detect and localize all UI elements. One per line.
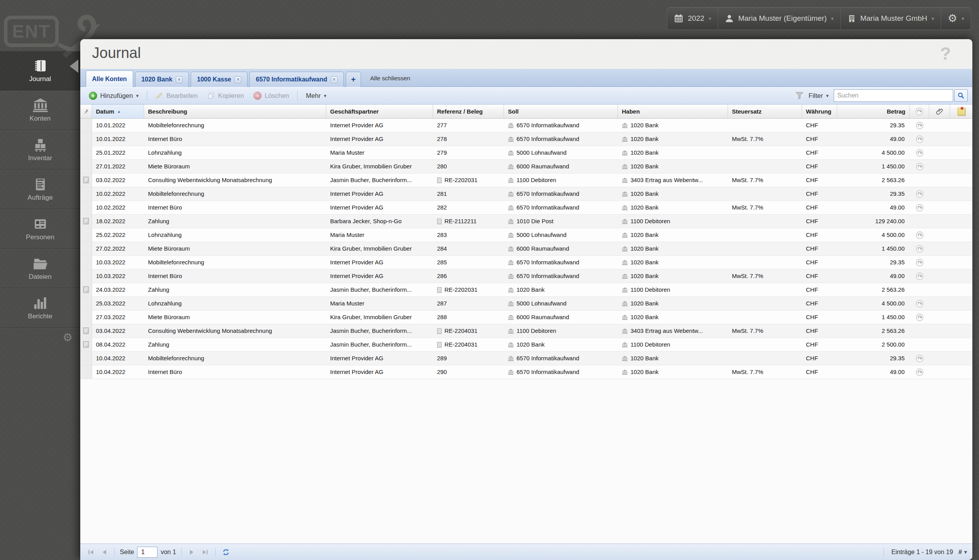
table-row[interactable]: 10.04.2022 Internet Büro Internet Provid… [80, 365, 972, 379]
table-row[interactable]: 10.02.2022 Internet Büro Internet Provid… [80, 201, 972, 215]
cell-currency: CHF [802, 215, 837, 228]
sidebar-item-auftraege[interactable]: Aufträge [0, 170, 80, 209]
column-header-waehrung[interactable]: Währung [802, 105, 837, 118]
cell-description: Miete Büroraum [144, 160, 326, 173]
edit-button[interactable]: Bearbeiten [152, 90, 202, 101]
cell-credit-account: 1020 Bank [618, 297, 728, 310]
more-button[interactable]: Mehr ▾ [302, 90, 330, 101]
table-row[interactable]: 25.03.2022 Lohnzahlung Maria Muster 287 … [80, 297, 972, 311]
sidebar-item-dateien[interactable]: Dateien [0, 249, 80, 288]
user-menu[interactable]: Maria Muster (Eigentümer) ▾ [718, 7, 840, 30]
table-row[interactable]: 03.02.2022 Consulting Webentwicklung Mon… [80, 173, 972, 187]
help-icon[interactable]: ? [940, 44, 951, 63]
year-selector[interactable]: 2022 ▾ [667, 7, 718, 30]
cell-attachment [929, 352, 950, 365]
delete-button[interactable]: − Löschen [249, 90, 293, 102]
account-icon [508, 191, 514, 197]
sidebar-item-personen[interactable]: Personen [0, 209, 80, 249]
cell-note [950, 324, 972, 338]
row-pin-cell [80, 324, 92, 338]
add-button[interactable]: + Hinzufügen ▾ [85, 90, 143, 102]
table-row[interactable]: 25.02.2022 Lohnzahlung Maria Muster 283 … [80, 228, 972, 242]
table-row[interactable]: 10.01.2022 Internet Büro Internet Provid… [80, 132, 972, 146]
cell-description: Mobiltelefonrechnung [144, 256, 326, 269]
column-header-beschreibung[interactable]: Beschreibung [144, 105, 326, 118]
sidebar-item-journal[interactable]: Journal [0, 51, 80, 90]
company-icon [847, 14, 856, 23]
sidebar-collapse-arrow-icon[interactable] [70, 60, 78, 73]
table-row[interactable]: 25.01.2022 Lohnzahlung Maria Muster 279 … [80, 146, 972, 160]
column-header-note[interactable] [950, 105, 972, 118]
receipt-icon [437, 287, 442, 293]
next-page-button[interactable] [187, 547, 197, 557]
close-icon[interactable]: × [235, 76, 241, 83]
pin-column-header[interactable] [80, 105, 92, 118]
recurring-icon [916, 368, 924, 376]
column-header-datum[interactable]: Datum ▲ [92, 105, 144, 118]
cell-reference: 288 [433, 311, 504, 324]
table-row[interactable]: 10.04.2022 Mobiltelefonrechnung Internet… [80, 352, 972, 365]
sidebar-item-inventar[interactable]: Inventar [0, 130, 80, 170]
tabstrip: Alle Konten 1020 Bank × 1000 Kasse × 657… [80, 69, 972, 87]
table-row[interactable]: 24.03.2022 Zahlung Jasmin Bucher, Bucher… [80, 283, 972, 297]
last-page-button[interactable] [200, 547, 210, 557]
column-header-steuersatz[interactable]: Steuersatz [728, 105, 802, 118]
sidebar-item-konten[interactable]: Konten [0, 90, 80, 130]
tab-1020-bank[interactable]: 1020 Bank × [135, 72, 189, 87]
add-tab-button[interactable]: + [346, 72, 361, 87]
table-row[interactable]: 10.01.2022 Mobiltelefonrechnung Internet… [80, 119, 972, 132]
table-row[interactable]: 27.03.2022 Miete Büroraum Kira Gruber, I… [80, 311, 972, 324]
tab-label: 1000 Kasse [197, 76, 231, 83]
page-size-menu[interactable]: # ▾ [959, 549, 967, 556]
account-icon [622, 370, 628, 375]
column-header-recurring[interactable] [910, 105, 929, 118]
page-number-input[interactable] [137, 547, 157, 558]
cell-amount: 2 500.00 [837, 338, 910, 351]
refresh-button[interactable] [221, 547, 231, 557]
sidebar-gear-icon[interactable]: ⚙ [63, 332, 72, 343]
column-header-referenz-beleg[interactable]: Referenz / Beleg [433, 105, 504, 118]
column-header-haben[interactable]: Haben [618, 105, 728, 118]
table-row[interactable]: 08.04.2022 Zahlung Jasmin Bucher, Bucher… [80, 338, 972, 352]
close-icon[interactable]: × [176, 76, 182, 83]
column-header-betrag[interactable]: Betrag [837, 105, 910, 118]
close-all-tabs-button[interactable]: Alle schliessen [370, 75, 410, 82]
table-row[interactable]: 18.02.2022 Zahlung Barbara Jecker, Shop-… [80, 215, 972, 228]
cell-partner: Jasmin Bucher, Bucherinform... [326, 338, 433, 351]
sidebar-item-berichte[interactable]: Berichte [0, 288, 80, 328]
table-row[interactable]: 03.04.2022 Consulting Webentwicklung Mon… [80, 324, 972, 338]
company-menu[interactable]: Maria Muster GmbH ▾ [840, 7, 941, 30]
table-row[interactable]: 10.02.2022 Mobiltelefonrechnung Internet… [80, 187, 972, 201]
cell-tax-rate: MwSt. 7.7% [728, 324, 802, 338]
tab-6570-informatikaufwand[interactable]: 6570 Informatikaufwand × [249, 72, 343, 87]
more-button-label: Mehr [306, 92, 321, 99]
column-header-soll[interactable]: Soll [504, 105, 618, 118]
table-row[interactable]: 27.01.2022 Miete Büroraum Kira Gruber, I… [80, 160, 972, 173]
account-icon [622, 274, 628, 279]
cell-partner: Kira Gruber, Immobilien Gruber [326, 242, 433, 255]
cell-date: 10.04.2022 [92, 365, 144, 379]
first-page-button[interactable] [86, 547, 96, 557]
column-header-attachment[interactable] [929, 105, 950, 118]
tab-1000-kasse[interactable]: 1000 Kasse × [191, 72, 247, 87]
column-header-geschaeftspartner[interactable]: Geschäftspartner [326, 105, 433, 118]
cell-partner: Internet Provider AG [326, 201, 433, 214]
row-pin-cell [80, 311, 92, 324]
filter-button[interactable]: Filter ▾ [807, 90, 830, 101]
cell-currency: CHF [802, 132, 837, 146]
tab-alle-konten[interactable]: Alle Konten [86, 70, 133, 87]
copy-button[interactable]: Kopieren [203, 90, 248, 101]
table-row[interactable]: 10.03.2022 Internet Büro Internet Provid… [80, 269, 972, 283]
settings-menu[interactable]: ⚙ ▾ [941, 7, 971, 30]
table-row[interactable]: 10.03.2022 Mobiltelefonrechnung Internet… [80, 256, 972, 269]
cell-note [950, 187, 972, 201]
cell-currency: CHF [802, 201, 837, 214]
close-icon[interactable]: × [331, 76, 338, 83]
search-button[interactable] [954, 89, 968, 102]
search-input[interactable] [834, 89, 953, 102]
cell-partner: Maria Muster [326, 228, 433, 242]
row-pin-cell [80, 352, 92, 365]
table-row[interactable]: 27.02.2022 Miete Büroraum Kira Gruber, I… [80, 242, 972, 256]
prev-page-button[interactable] [99, 547, 109, 557]
cell-partner: Maria Muster [326, 297, 433, 310]
